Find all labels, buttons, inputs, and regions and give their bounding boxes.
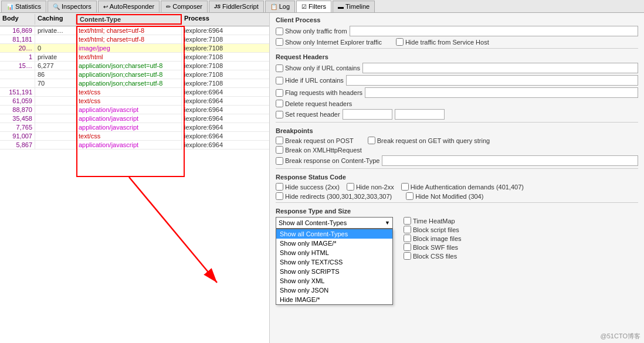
left-panel: Body Caching Content-Type Process 16,869… <box>0 13 270 343</box>
cell-content-type: application/json;charset=utf-8 <box>76 62 182 70</box>
tab-autoresponder[interactable]: ↩ AutoResponder <box>98 1 160 12</box>
tab-filters[interactable]: ☑ Filters <box>296 1 331 12</box>
hide-service-host-label[interactable]: Hide traffic from Service Host <box>396 38 489 46</box>
break-xml-checkbox[interactable] <box>276 146 283 154</box>
break-get-query-checkbox[interactable] <box>368 137 375 144</box>
watermark: @51CTO博客 <box>601 332 640 341</box>
block-image-label[interactable]: Block image files <box>404 235 462 242</box>
block-script-checkbox[interactable] <box>404 226 411 233</box>
divider-3 <box>276 168 638 169</box>
break-post-label[interactable]: Break request on POST <box>276 137 354 144</box>
show-url-checkbox[interactable] <box>276 64 283 72</box>
hide-url-checkbox[interactable] <box>276 77 283 84</box>
dropdown-option[interactable]: Show only IMAGE/* <box>276 239 392 248</box>
dropdown-list[interactable]: Show all Content-TypesShow only IMAGE/*S… <box>276 229 393 305</box>
hide-redirects-label[interactable]: Hide redirects (300,301,302,303,307) <box>276 192 392 200</box>
block-image-checkbox[interactable] <box>404 235 411 242</box>
hide-url-row: Hide if URL contains <box>276 75 638 86</box>
table-row[interactable]: 91,007 text/css iexplore:6964 <box>0 132 269 141</box>
hide-not-modified-checkbox[interactable] <box>406 192 413 200</box>
table-row[interactable]: 35,458 application/javascript iexplore:6… <box>0 114 269 123</box>
dropdown-option[interactable]: Show only TEXT/CSS <box>276 257 392 267</box>
flag-headers-checkbox[interactable] <box>276 89 283 97</box>
cell-caching <box>35 35 76 43</box>
dropdown-option[interactable]: Show only XML <box>276 276 392 286</box>
table-row[interactable]: 88,870 application/javascript iexplore:6… <box>0 106 269 114</box>
tab-log[interactable]: 📋 Log <box>265 1 295 12</box>
break-xml-label[interactable]: Break on XMLHttpRequest <box>276 146 362 154</box>
response-type-row: Show all Content-Types ▼ Show all Conten… <box>276 217 638 260</box>
content-type-dropdown[interactable]: Show all Content-Types ▼ Show all Conten… <box>276 217 393 229</box>
time-heatmap-label[interactable]: Time HeatMap <box>404 217 462 225</box>
table-row[interactable]: 81,181 text/html; charset=utf-8 iexplore… <box>0 35 269 44</box>
show-only-traffic-label[interactable]: Show only traffic from <box>276 28 347 35</box>
set-header-name-input[interactable] <box>343 109 392 120</box>
set-header-value-input[interactable] <box>395 109 445 120</box>
break-post-checkbox[interactable] <box>276 137 283 144</box>
table-row[interactable]: 20… 0 image/jpeg iexplore:7108 <box>0 44 269 53</box>
show-url-input[interactable] <box>362 63 638 73</box>
tab-fiddlerscript[interactable]: JS FiddlerScript <box>209 1 264 12</box>
dropdown-option[interactable]: Show all Content-Types <box>276 229 392 239</box>
dropdown-option[interactable]: Show only JSON <box>276 286 392 295</box>
filters-icon: ☑ <box>301 4 307 10</box>
hide-service-host-checkbox[interactable] <box>396 38 404 46</box>
delete-headers-label[interactable]: Delete request headers <box>276 100 352 107</box>
break-response-checkbox[interactable] <box>276 157 283 165</box>
cell-body <box>0 70 35 79</box>
table-row[interactable]: 15… 6,277 application/json;charset=utf-8… <box>0 62 269 70</box>
show-only-traffic-checkbox[interactable] <box>276 28 283 35</box>
hide-url-input[interactable] <box>346 75 638 86</box>
hide-auth-checkbox[interactable] <box>401 183 409 191</box>
ie-traffic-label[interactable]: Show only Internet Explorer traffic <box>276 38 382 46</box>
block-swf-label[interactable]: Block SWF files <box>404 243 462 251</box>
hide-2xx-checkbox[interactable] <box>276 183 283 191</box>
delete-headers-row: Delete request headers <box>276 100 638 107</box>
break-response-input[interactable] <box>382 155 638 166</box>
delete-headers-checkbox[interactable] <box>276 100 283 107</box>
tab-inspectors[interactable]: 🔍 Inspectors <box>48 1 97 12</box>
hide-not-modified-label[interactable]: Hide Not Modified (304) <box>406 192 483 200</box>
cell-caching <box>35 88 76 96</box>
table-row[interactable]: 5,867 application/javascript iexplore:69… <box>0 141 269 150</box>
dropdown-option[interactable]: Show only HTML <box>276 248 392 257</box>
break-get-query-label[interactable]: Break request on GET with query string <box>368 137 490 144</box>
request-headers-title: Request Headers <box>276 53 638 60</box>
table-row[interactable]: 70 application/json;charset=utf-8 iexplo… <box>0 79 269 88</box>
table-row[interactable]: 7,765 application/javascript iexplore:69… <box>0 123 269 132</box>
dropdown-option[interactable]: Show only SCRIPTS <box>276 267 392 276</box>
show-url-label[interactable]: Show only if URL contains <box>276 64 360 72</box>
cell-body: 35,458 <box>0 114 35 123</box>
dropdown-select-bar[interactable]: Show all Content-Types ▼ <box>276 217 393 229</box>
tab-statistics[interactable]: 📊 Statistics <box>1 1 46 12</box>
flag-headers-input[interactable] <box>365 87 638 98</box>
flag-headers-label[interactable]: Flag requests with headers <box>276 89 362 97</box>
hide-non2xx-checkbox[interactable] <box>347 183 354 191</box>
break-response-label[interactable]: Break response on Content-Type <box>276 157 379 165</box>
hide-auth-label[interactable]: Hide Authentication demands (401,407) <box>401 183 524 191</box>
block-css-checkbox[interactable] <box>404 252 411 260</box>
show-url-row: Show only if URL contains <box>276 63 638 73</box>
hide-2xx-label[interactable]: Hide success (2xx) <box>276 183 340 191</box>
cell-process: iexplore:6964 <box>182 141 269 149</box>
table-row[interactable]: 86 application/json;charset=utf-8 iexplo… <box>0 70 269 79</box>
set-header-checkbox[interactable] <box>276 111 283 118</box>
dropdown-option[interactable]: Hide IMAGE/* <box>276 295 392 304</box>
table-row[interactable]: 151,191 text/css iexplore:6964 <box>0 88 269 97</box>
table-row[interactable]: 16,869 private… text/html; charset=utf-8… <box>0 26 269 35</box>
traffic-from-input[interactable] <box>350 26 638 36</box>
hide-redirects-checkbox[interactable] <box>276 192 283 200</box>
block-css-label[interactable]: Block CSS files <box>404 252 462 260</box>
table-row[interactable]: 61,059 text/css iexplore:6964 <box>0 97 269 106</box>
block-swf-checkbox[interactable] <box>404 243 411 251</box>
tab-composer[interactable]: ✏ Composer <box>161 1 208 12</box>
ie-traffic-checkbox[interactable] <box>276 38 283 46</box>
hide-non2xx-label[interactable]: Hide non-2xx <box>347 183 394 191</box>
block-script-label[interactable]: Block script files <box>404 226 462 233</box>
set-header-label[interactable]: Set request header <box>276 111 340 118</box>
table-row[interactable]: 1 private text/html iexplore:7108 <box>0 53 269 62</box>
time-heatmap-checkbox[interactable] <box>404 217 411 225</box>
tab-timeline[interactable]: ▬ Timeline <box>333 1 375 12</box>
hide-url-label[interactable]: Hide if URL contains <box>276 77 344 84</box>
cell-body: 151,191 <box>0 88 35 96</box>
